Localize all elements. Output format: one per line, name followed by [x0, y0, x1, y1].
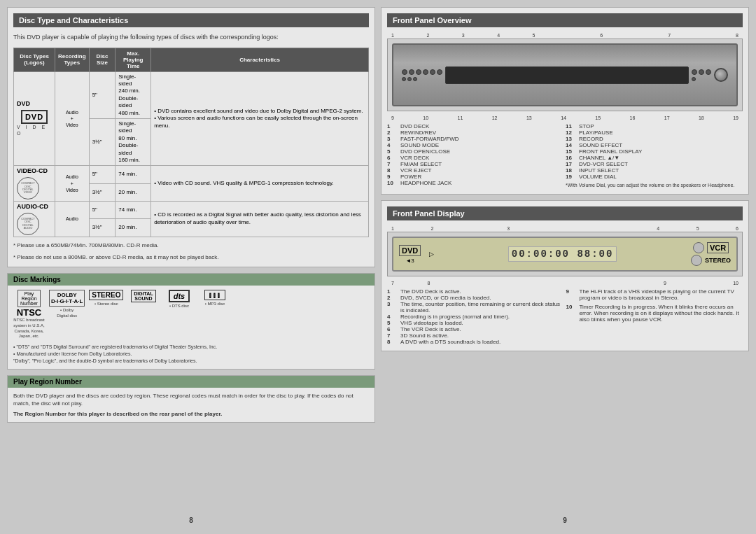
- legend-item: 11STOP: [566, 123, 743, 129]
- display-legend-item: 1The DVD Deck is active.: [387, 288, 564, 295]
- display-dvd-label: DVD: [399, 245, 421, 256]
- display-legend-item: 3The time, counter position, time remain…: [387, 301, 564, 314]
- overview-title: Front Panel Overview: [387, 13, 743, 27]
- dvd-chars: • DVD contains excellent sound and video…: [151, 71, 369, 166]
- device-btn: [423, 69, 428, 75]
- dvd-time-3: Single-sided80 min.Double-sided160 min.: [115, 118, 151, 165]
- table-row: DVD DVD V I D E O Audio+Video 5" Single-…: [14, 71, 369, 118]
- acd-chars: • CD is recorded as a Digital Signal wit…: [151, 201, 369, 237]
- device-illustration: [392, 43, 738, 106]
- dvd-type-cell: DVD DVD V I D E O: [14, 71, 55, 166]
- marking-region: PlayRegionNumber NTSC NTSC broadcastsyst…: [13, 290, 45, 339]
- dvd-time-5: Single-sided240 min.Double-sided480 min.: [115, 71, 151, 118]
- col-header-size: Disc Size: [89, 48, 115, 71]
- device-btn: [402, 69, 407, 75]
- device-btn: [407, 77, 412, 81]
- legend-item: 18INPUT SELECT: [566, 167, 743, 174]
- display-time-readout: 00:00:00 88:00: [508, 246, 617, 262]
- dvd-recording-cell: Audio+Video: [55, 71, 90, 166]
- right-panel: Front Panel Overview 12345 6 7 8: [381, 7, 749, 527]
- device-btn: [409, 69, 414, 75]
- acd-time-5: 74 min.: [115, 201, 151, 218]
- display-legend-item: 5VHS videotape is loaded.: [387, 320, 564, 326]
- mp3-sub: • MP3 disc: [205, 302, 225, 307]
- marking-mp3: ⫿⫿⫿ • MP3 disc: [199, 290, 230, 307]
- disc-table: Disc Types(Logos) RecordingTypes Disc Si…: [13, 48, 369, 237]
- device-btn: [430, 69, 435, 75]
- device-btn: [706, 69, 711, 75]
- page-number-left: 8: [7, 514, 375, 527]
- col-header-chars: Characteristics: [151, 48, 369, 71]
- dolby-sub: • DolbyDigital disc: [57, 308, 77, 319]
- display-legend-item: 9The Hi-Fi track of a VHS videotape is p…: [566, 288, 743, 301]
- front-panel-display-section: Front Panel Display 12 3 456 DVD ◄3 ▷: [381, 200, 749, 351]
- disc-markings-title: Disc Markings: [8, 274, 374, 286]
- legend-col-left: 1DVD DECK 2REWIND/REV 3FAST-FORWARD/FWD …: [387, 123, 564, 188]
- dvd-size-5: 5": [89, 71, 115, 118]
- marking-note1: • "DTS" and "DTS Digital Surround" are r…: [13, 344, 369, 351]
- display-legend-right: 9The Hi-Fi track of a VHS videotape is p…: [566, 288, 743, 345]
- display-legend-item: 10Timer Recording is in progress. When i…: [566, 304, 743, 323]
- acd-logo: COMPACTDISCDIGITALAUDIO: [17, 213, 52, 235]
- intro-text: This DVD player is capable of playing th…: [13, 33, 369, 42]
- digital-logo: DIGITALSOUND: [131, 290, 155, 302]
- play-region-text: Both the DVD player and the discs are co…: [13, 392, 369, 407]
- display-legend-item: 8A DVD with a DTS soundtrack is loaded.: [387, 339, 564, 345]
- device-knob: [714, 68, 728, 82]
- dts-logo: dts: [169, 290, 190, 302]
- stereo-logo: STEREO: [89, 290, 123, 300]
- ntsc-sub: NTSC broadcastsystem in U.S.A,Canada, Ko…: [13, 318, 44, 339]
- play-region-title: Play Region Number: [8, 376, 374, 388]
- ntsc-logo: NTSC: [17, 307, 41, 318]
- device-btn: [413, 77, 417, 81]
- marking-dolby: DOLBYD·I·G·I·T·A·L • DolbyDigital disc: [49, 290, 85, 319]
- device-btn: [692, 69, 697, 75]
- vcd-size-5: 5": [89, 166, 115, 183]
- left-panel: Disc Type and Characteristics This DVD p…: [7, 7, 375, 527]
- col-header-types: Disc Types(Logos): [14, 48, 55, 71]
- vcd-logo: COMPACTDISCDIGITALVIDEO: [17, 177, 52, 199]
- device-display: [445, 66, 689, 84]
- acd-time-3: 20 min.: [115, 219, 151, 237]
- col-header-time: Max.Playing Time: [115, 48, 151, 71]
- stereo-sub: • Stereo disc: [94, 302, 118, 307]
- marking-dts: dts • DTS disc: [163, 290, 195, 309]
- legend-item: 3FAST-FORWARD/FWD: [387, 136, 564, 142]
- display-small-icon: ◄3: [405, 258, 414, 264]
- footnote1: * Please use a 650MB/74Min. 700MB/80Min.…: [13, 241, 369, 249]
- legend-item: 7FM/AM SELECT: [387, 161, 564, 167]
- marking-digital: DIGITALSOUND: [127, 290, 159, 304]
- overview-diagram: [387, 38, 743, 111]
- acd-size-5: 5": [89, 201, 115, 218]
- legend-item: 9POWER: [387, 174, 564, 180]
- display-stereo-label: STEREO: [705, 257, 731, 264]
- mp3-logo: ⫿⫿⫿: [204, 290, 225, 300]
- display-num-bottom: 78 9 10: [387, 281, 743, 286]
- legend-item: 5DVD OPEN/CLOSE: [387, 148, 564, 155]
- device-btn: [699, 69, 704, 75]
- acd-recording-cell: Audio: [55, 201, 90, 237]
- overview-legend: 1DVD DECK 2REWIND/REV 3FAST-FORWARD/FWD …: [387, 123, 743, 188]
- front-panel-overview-section: Front Panel Overview 12345 6 7 8: [381, 7, 749, 195]
- legend-item: 15FRONT PANEL DISPLAY: [566, 148, 743, 155]
- page-number-right: 9: [381, 514, 749, 527]
- legend-item: 17DVD-VCR SELECT: [566, 161, 743, 167]
- legend-item: 16CHANNEL ▲/▼: [566, 155, 743, 161]
- dolby-logo: DOLBYD·I·G·I·T·A·L: [49, 290, 85, 307]
- display-play-icon: ▷: [429, 251, 434, 258]
- table-row: VIDEO-CD COMPACTDISCDIGITALVIDEO Audio+V…: [14, 166, 369, 183]
- display-legend-item: 73D Sound is active.: [387, 332, 564, 339]
- play-region-box: PlayRegionNumber: [18, 290, 41, 307]
- volume-note: *With Volume Dial, you can adjust the vo…: [566, 182, 743, 188]
- vcd-recording-cell: Audio+Video: [55, 166, 90, 202]
- acd-size-3: 3½": [89, 219, 115, 237]
- legend-item: 13RECORD: [566, 136, 743, 142]
- markings-notes: • "DTS" and "DTS Digital Surround" are r…: [8, 344, 374, 368]
- legend-item: 1DVD DECK: [387, 123, 564, 129]
- disc-markings-section: Disc Markings PlayRegionNumber NTSC NTSC…: [7, 273, 375, 370]
- vcd-time-5: 74 min.: [115, 166, 151, 183]
- disc-type-section: Disc Type and Characteristics This DVD p…: [7, 7, 375, 267]
- device-btn: [692, 77, 696, 81]
- device-btn: [437, 69, 442, 75]
- marking-note2: • Manufactured under license from Dolby …: [13, 351, 369, 358]
